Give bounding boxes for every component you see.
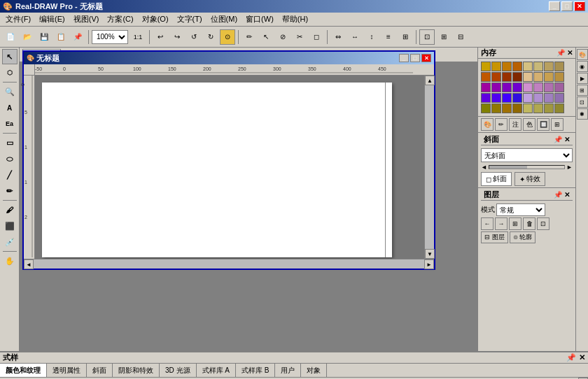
bevel-right-arrow[interactable]: ► <box>566 164 573 171</box>
tool-fill[interactable]: ⬛ <box>2 218 18 234</box>
tool-arrow[interactable]: ↖ <box>2 49 18 64</box>
extra-btn-6[interactable]: ✱ <box>577 108 588 120</box>
tool-ellipse[interactable]: ⬭ <box>2 151 18 166</box>
redo-button[interactable]: ↪ <box>169 29 185 45</box>
menu-help[interactable]: 帮助(H) <box>278 13 312 26</box>
panel-icon-3[interactable]: 注 <box>509 118 522 131</box>
scroll-left[interactable]: ◄ <box>24 259 34 269</box>
view-grid[interactable]: ⊞ <box>436 29 451 45</box>
bottom-panel-pin[interactable]: 📌 <box>566 353 576 362</box>
swatch-32[interactable] <box>554 93 564 103</box>
swatch-30[interactable] <box>533 93 543 103</box>
tool-line[interactable]: ╱ <box>2 167 18 183</box>
swatch-35[interactable] <box>502 103 512 113</box>
swatch-21[interactable] <box>523 83 533 92</box>
scroll-track-h[interactable] <box>34 259 424 269</box>
style-tab-3d[interactable]: 3D 光源 <box>160 364 197 377</box>
extra-btn-1[interactable]: 🎨 <box>577 49 588 60</box>
tool-circle[interactable]: ⊙ <box>220 29 235 45</box>
style-tab-bevel[interactable]: 斜面 <box>87 364 113 377</box>
swatch-12[interactable] <box>512 72 522 82</box>
swatch-34[interactable] <box>491 103 501 113</box>
swatch-1[interactable] <box>481 62 491 71</box>
zoom-select[interactable]: 100%50%200% <box>92 30 128 44</box>
swatch-38[interactable] <box>533 103 543 113</box>
tool-crop[interactable]: ✂ <box>292 29 307 45</box>
swatch-10[interactable] <box>491 72 501 82</box>
tool-text-ea[interactable]: Ea <box>2 116 18 131</box>
menu-bitmap[interactable]: 位图(M) <box>206 13 242 26</box>
swatch-14[interactable] <box>533 72 543 82</box>
menu-file[interactable]: 文件(F) <box>1 13 35 26</box>
swatch-28[interactable] <box>512 93 522 103</box>
menu-edit[interactable]: 编辑(E) <box>35 13 69 26</box>
panel-icon-2[interactable]: ✏ <box>495 118 507 131</box>
view-snap[interactable]: ⊟ <box>453 29 468 45</box>
bevel-type-select[interactable]: 无斜面 <box>481 148 573 162</box>
swatch-13[interactable] <box>523 72 533 82</box>
layer-remove[interactable]: → <box>495 217 507 230</box>
swatch-19[interactable] <box>502 83 512 92</box>
style-tab-shadow[interactable]: 阴影和特效 <box>113 364 160 377</box>
layer-add[interactable]: ← <box>481 217 493 230</box>
style-tab-styleb[interactable]: 式样库 B <box>236 364 275 377</box>
tool-lasso[interactable]: ⊘ <box>275 29 290 45</box>
swatch-4[interactable] <box>512 62 522 71</box>
swatch-26[interactable] <box>491 93 501 103</box>
swatch-5[interactable] <box>523 62 533 71</box>
canvas-content[interactable] <box>35 76 424 259</box>
inner-max[interactable]: □ <box>410 54 420 62</box>
scroll-right[interactable]: ► <box>424 259 434 269</box>
tool-flip-h[interactable]: ↔ <box>347 29 363 45</box>
menu-window[interactable]: 窗口(W) <box>241 13 278 26</box>
style-tab-color[interactable]: 颜色和纹理 <box>0 364 47 377</box>
menu-scheme[interactable]: 方案(C) <box>103 13 137 26</box>
tool-zoom-in[interactable]: 🔍 <box>2 84 18 99</box>
new-button[interactable]: 📄 <box>3 29 18 45</box>
view-full[interactable]: ⊡ <box>419 29 435 45</box>
open-button[interactable]: 📂 <box>20 29 35 45</box>
paste-button[interactable]: 📌 <box>70 29 85 45</box>
bevel-pin[interactable]: 📌 ✕ <box>554 136 570 143</box>
scroll-up[interactable]: ▲ <box>425 76 435 85</box>
layer-tab-outline[interactable]: ⊙ 轮廓 <box>510 231 536 243</box>
bevel-slider[interactable] <box>489 165 565 169</box>
extra-btn-3[interactable]: ▶ <box>577 73 588 84</box>
swatch-29[interactable] <box>523 93 533 103</box>
tool-eyedrop[interactable]: 💉 <box>2 234 18 250</box>
bevel-tab-bevel[interactable]: ◻ 斜面 <box>481 172 512 186</box>
swatch-33[interactable] <box>481 103 491 113</box>
tool-distribute[interactable]: ⊞ <box>398 29 413 45</box>
swatch-24[interactable] <box>554 83 564 92</box>
tool-paint[interactable]: 🖌 <box>2 202 18 217</box>
bevel-left-arrow[interactable]: ◄ <box>481 164 487 171</box>
tool-pen[interactable]: ✏ <box>241 29 257 45</box>
menu-view[interactable]: 视图(V) <box>69 13 104 26</box>
extra-btn-5[interactable]: ⊡ <box>577 96 588 108</box>
copy-button[interactable]: 📋 <box>53 29 69 45</box>
swatch-6[interactable] <box>533 62 543 71</box>
swatch-27[interactable] <box>502 93 512 103</box>
tool-align[interactable]: ≡ <box>381 29 396 45</box>
panel-icon-1[interactable]: 🎨 <box>481 118 493 131</box>
style-tab-stylea[interactable]: 式样库 A <box>197 364 236 377</box>
tool-select[interactable]: ↖ <box>258 29 274 45</box>
close-button[interactable]: ✕ <box>574 1 585 11</box>
swatch-2[interactable] <box>491 62 501 71</box>
extra-btn-2[interactable]: ◉ <box>577 61 588 72</box>
scroll-down[interactable]: ▼ <box>425 249 435 259</box>
swatch-31[interactable] <box>544 93 554 103</box>
swatch-18[interactable] <box>491 83 501 92</box>
panel-icon-5[interactable]: 🔲 <box>537 118 550 131</box>
layer-up[interactable]: ⊡ <box>537 217 550 230</box>
layer-mode-select[interactable]: 常规 叠加 正片叠底 <box>496 203 545 216</box>
minimize-button[interactable]: _ <box>549 1 560 11</box>
panel-icon-6[interactable]: ⊞ <box>551 118 564 131</box>
swatch-9[interactable] <box>481 72 491 82</box>
swatch-8[interactable] <box>554 62 564 71</box>
inner-close[interactable]: ✕ <box>421 54 431 62</box>
save-button[interactable]: 💾 <box>36 29 52 45</box>
swatch-7[interactable] <box>544 62 554 71</box>
swatch-36[interactable] <box>512 103 522 113</box>
bottom-panel-close[interactable]: ✕ <box>579 353 585 362</box>
